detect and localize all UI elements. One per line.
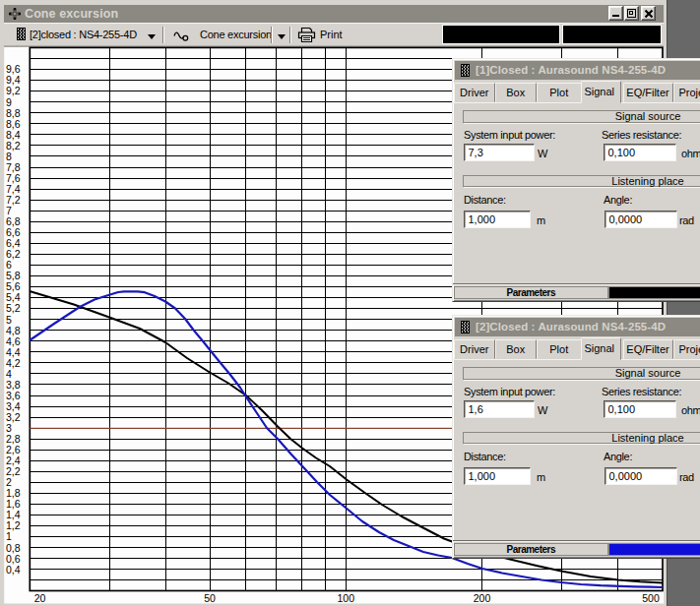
svg-text:0,4: 0,4 [6,564,21,576]
svg-text:0,6: 0,6 [6,553,21,565]
svg-text:7,6: 7,6 [6,172,21,184]
svg-text:1,6: 1,6 [6,498,21,510]
svg-text:7,2: 7,2 [6,194,21,206]
svg-text:3: 3 [6,422,12,434]
svg-text:6,2: 6,2 [6,248,21,260]
svg-text:5,6: 5,6 [6,280,21,292]
svg-text:3,4: 3,4 [6,400,21,412]
svg-text:100: 100 [338,592,355,604]
svg-text:8,8: 8,8 [6,107,21,119]
svg-text:8,2: 8,2 [6,140,21,152]
svg-text:4: 4 [6,368,12,380]
svg-text:0,8: 0,8 [6,542,21,554]
svg-text:2,8: 2,8 [6,433,21,445]
svg-text:500: 500 [642,592,660,604]
svg-text:4,8: 4,8 [6,325,21,336]
svg-text:7: 7 [6,205,12,216]
svg-text:6,4: 6,4 [6,237,21,249]
svg-text:6,6: 6,6 [6,226,21,238]
svg-text:5,8: 5,8 [6,270,21,281]
svg-text:5,2: 5,2 [6,302,21,314]
svg-text:2,4: 2,4 [6,454,21,466]
svg-text:2,6: 2,6 [6,444,21,455]
svg-text:2: 2 [6,476,12,488]
svg-text:9,6: 9,6 [6,63,21,75]
svg-text:200: 200 [474,592,491,604]
svg-text:20: 20 [34,592,46,604]
svg-text:7,8: 7,8 [6,161,21,173]
svg-text:6,8: 6,8 [6,215,21,227]
svg-text:8: 8 [6,151,12,162]
svg-text:4,6: 4,6 [6,335,21,347]
svg-text:3,2: 3,2 [6,411,21,423]
svg-text:1,2: 1,2 [6,519,21,531]
svg-text:9,4: 9,4 [6,74,21,86]
svg-text:1: 1 [6,530,12,542]
svg-text:1,4: 1,4 [6,509,21,520]
svg-text:5: 5 [6,314,12,326]
svg-text:9: 9 [6,96,12,108]
svg-text:4,2: 4,2 [6,357,21,369]
svg-text:1,8: 1,8 [6,487,21,499]
svg-text:6: 6 [6,259,12,271]
svg-text:4,4: 4,4 [6,346,21,358]
svg-text:50: 50 [204,592,216,604]
svg-text:8,6: 8,6 [6,118,21,130]
svg-text:5,4: 5,4 [6,291,21,303]
svg-text:3,8: 3,8 [6,379,21,391]
svg-text:8,4: 8,4 [6,129,21,141]
svg-text:3,6: 3,6 [6,390,21,401]
svg-text:2,2: 2,2 [6,465,21,477]
svg-text:7,4: 7,4 [6,183,21,195]
svg-text:9,2: 9,2 [6,85,21,96]
